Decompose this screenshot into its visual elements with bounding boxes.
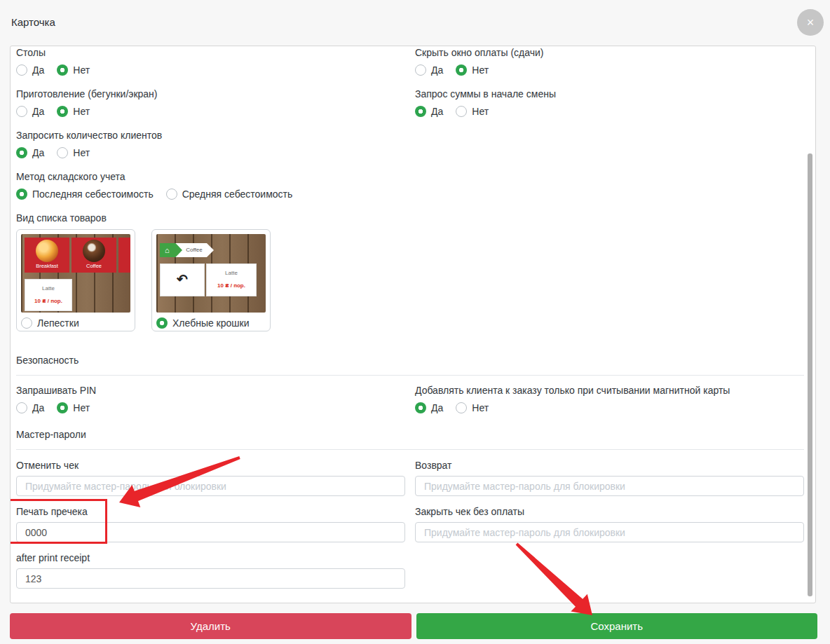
radio-petals[interactable]	[21, 317, 32, 329]
tile-coffee: Coffee	[72, 238, 116, 273]
group-label: Запросить количество клиентов	[16, 130, 405, 141]
field-close-without-payment: Закрыть чек без оплаты	[415, 507, 804, 542]
radio-clients-yes[interactable]: Да	[16, 147, 44, 158]
radio-group-clients-count: Запросить количество клиентов Да Нет	[16, 130, 405, 158]
group-label: Запрос суммы в начале смены	[415, 89, 804, 100]
scrollbar-thumb[interactable]	[808, 153, 812, 596]
field-after-print-receipt: after print receipt	[16, 553, 405, 589]
radio-group-stock-method: Метод складского учета Последняя себесто…	[16, 172, 405, 200]
radio-tables-yes[interactable]: Да	[16, 64, 44, 76]
group-label: Приготовление (бегунки/экран)	[16, 89, 405, 100]
radio-tables-no[interactable]: Нет	[57, 64, 90, 76]
settings-column-left: Столы Да Нет Приготовление (бегунки/экра…	[16, 48, 405, 340]
cancel-check-input[interactable]	[16, 476, 405, 496]
divider	[16, 375, 804, 376]
settings-column-right: Скрыть окно оплаты (сдачи) Да Нет Запрос…	[415, 48, 804, 340]
modal-footer: Удалить Сохранить	[10, 613, 817, 639]
group-label: Добавлять клиента к заказу только при сч…	[415, 385, 804, 396]
product-view-card-breadcrumbs[interactable]: ⌂ Coffee ↶ Latte 10 ₴ / пор.	[151, 229, 271, 331]
breadcrumbs-preview-image: ⌂ Coffee ↶ Latte 10 ₴ / пор.	[156, 234, 266, 313]
field-label: Отменить чек	[16, 460, 405, 471]
tile-latte: Latte 10 ₴ / пор.	[25, 279, 72, 311]
field-label: Возврат	[415, 460, 804, 471]
radio-icon[interactable]	[415, 64, 426, 76]
radio-breadcrumbs[interactable]	[156, 317, 168, 329]
radio-group-magnetic-card: Добавлять клиента к заказу только при сч…	[415, 385, 804, 413]
radio-icon[interactable]	[16, 402, 27, 413]
radio-shiftsum-yes[interactable]: Да	[415, 106, 443, 117]
radio-shiftsum-no[interactable]: Нет	[456, 106, 489, 117]
group-label: Скрыть окно оплаты (сдачи)	[415, 48, 804, 58]
coffee-photo	[83, 240, 105, 262]
radio-stock-last[interactable]: Последняя себестоимость	[16, 189, 154, 200]
radio-clients-no[interactable]: Нет	[57, 147, 90, 158]
radio-icon[interactable]	[57, 64, 68, 76]
radio-group-pin: Запрашивать PIN Да Нет	[16, 385, 405, 413]
section-security: Безопасность	[16, 355, 804, 366]
back-arrow-icon: ↶	[177, 272, 188, 287]
section-master-passwords: Мастер-пароли	[16, 430, 804, 440]
after-print-receipt-input[interactable]	[16, 568, 405, 589]
radio-icon[interactable]	[16, 64, 27, 76]
radio-group-cooking: Приготовление (бегунки/экран) Да Нет	[16, 89, 405, 117]
radio-hidepay-no[interactable]: Нет	[456, 64, 489, 76]
divider	[16, 449, 804, 450]
field-cancel-check: Отменить чек	[16, 460, 405, 496]
radio-icon[interactable]	[415, 106, 426, 117]
radio-group-hide-payment: Скрыть окно оплаты (сдачи) Да Нет	[415, 48, 804, 76]
product-view-card-petals[interactable]: Breakfast Coffee Latte 10 ₴ / пор.	[16, 229, 135, 331]
radio-pin-yes[interactable]: Да	[16, 402, 44, 413]
radio-icon[interactable]	[456, 402, 467, 413]
radio-icon[interactable]	[16, 106, 27, 117]
radio-magnetic-no[interactable]: Нет	[456, 402, 489, 413]
radio-icon[interactable]	[57, 106, 68, 117]
field-print-precheck: Печать пречека	[16, 507, 405, 542]
breadcrumbs-label: Хлебные крошки	[172, 317, 250, 329]
radio-icon[interactable]	[456, 106, 467, 117]
settings-panel: Столы Да Нет Приготовление (бегунки/экра…	[10, 46, 816, 603]
breakfast-photo	[36, 240, 58, 262]
radio-pin-no[interactable]: Нет	[57, 402, 90, 413]
radio-icon[interactable]	[57, 402, 68, 413]
radio-group-tables: Столы Да Нет	[16, 48, 405, 76]
radio-cooking-yes[interactable]: Да	[16, 106, 44, 117]
field-refund: Возврат	[415, 460, 804, 496]
radio-icon[interactable]	[415, 402, 426, 413]
group-label: Метод складского учета	[16, 172, 405, 182]
save-button[interactable]: Сохранить	[416, 613, 818, 639]
radio-icon[interactable]	[456, 64, 467, 76]
refund-input[interactable]	[415, 476, 804, 496]
print-precheck-input[interactable]	[16, 522, 405, 542]
radio-stock-average[interactable]: Средняя себестоимость	[166, 189, 293, 200]
radio-cooking-no[interactable]: Нет	[57, 106, 90, 117]
petals-label: Лепестки	[37, 317, 79, 329]
field-label: Печать пречека	[16, 507, 405, 517]
tile-latte: Latte 10 ₴ / пор.	[206, 263, 257, 296]
page-title: Карточка	[11, 16, 55, 28]
tile-breakfast: Breakfast	[25, 238, 69, 273]
tile-partial	[118, 238, 130, 273]
close-without-payment-input[interactable]	[415, 522, 804, 542]
radio-icon[interactable]	[166, 189, 177, 200]
radio-icon[interactable]	[16, 147, 27, 158]
radio-hidepay-yes[interactable]: Да	[415, 64, 443, 76]
tile-back: ↶	[160, 263, 205, 296]
modal-header: Карточка ×	[0, 0, 830, 46]
product-view-label: Вид списка товаров	[16, 213, 405, 224]
radio-magnetic-yes[interactable]: Да	[415, 402, 443, 413]
petals-preview-image: Breakfast Coffee Latte 10 ₴ / пор.	[21, 234, 130, 313]
group-label: Столы	[16, 48, 405, 58]
field-label: Закрыть чек без оплаты	[415, 507, 804, 517]
radio-group-shift-sum: Запрос суммы в начале смены Да Нет	[415, 89, 804, 117]
close-icon[interactable]: ×	[797, 9, 824, 36]
field-label: after print receipt	[16, 553, 405, 563]
radio-icon[interactable]	[16, 189, 27, 200]
radio-icon[interactable]	[57, 147, 68, 158]
delete-button[interactable]: Удалить	[10, 613, 411, 639]
group-label: Запрашивать PIN	[16, 385, 405, 396]
